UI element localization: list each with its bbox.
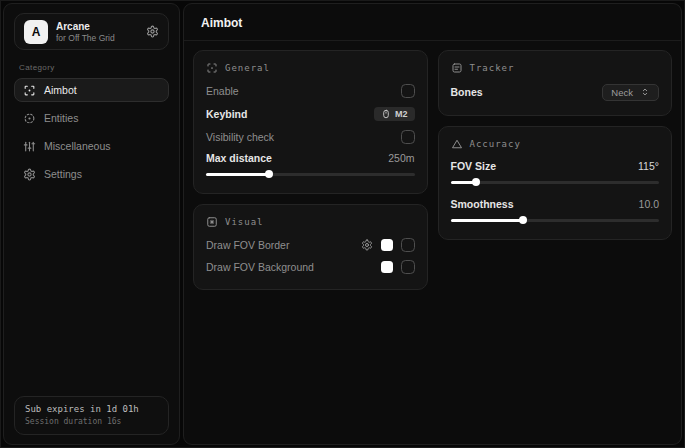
max-distance-value: 250m (388, 152, 414, 164)
slider-track (206, 173, 415, 176)
right-column: Tracker Bones Neck (438, 50, 673, 240)
max-distance-label: Max distance (206, 152, 272, 164)
visual-icon (206, 216, 218, 228)
visibility-check-row: Visibility check (206, 126, 415, 148)
left-column: General Enable Keybind M2 (193, 50, 428, 290)
main-content: General Enable Keybind M2 (184, 41, 681, 299)
sidebar-item-label: Settings (44, 168, 82, 180)
sidebar-item-miscellaneous[interactable]: Miscellaneous (14, 134, 169, 158)
sidebar-item-label: Miscellaneous (44, 140, 111, 152)
app-logo: A (24, 20, 48, 44)
general-card: General Enable Keybind M2 (193, 50, 428, 194)
slider-fill (206, 173, 269, 176)
crosshair-icon (23, 84, 36, 97)
slider-thumb[interactable] (265, 170, 273, 178)
slider-thumb[interactable] (472, 178, 480, 186)
fov-background-color-swatch[interactable] (381, 261, 393, 273)
mouse-icon (381, 109, 391, 119)
keybind-button[interactable]: M2 (374, 107, 415, 121)
keybind-value: M2 (395, 109, 408, 119)
sidebar-item-aimbot[interactable]: Aimbot (14, 78, 169, 102)
smoothness-label: Smoothness (451, 198, 514, 210)
sidebar-item-label: Aimbot (44, 84, 77, 96)
page-title: Aimbot (201, 16, 664, 30)
enable-row: Enable (206, 80, 415, 102)
sidebar: A Arcane for Off The Grid Category Aimbo… (3, 3, 180, 445)
section-title: General (225, 63, 270, 73)
visibility-check-checkbox[interactable] (401, 130, 415, 144)
sliders-icon (23, 140, 36, 153)
draw-fov-background-controls (381, 260, 415, 274)
smoothness-slider[interactable] (451, 214, 660, 226)
crosshair-icon (206, 62, 218, 74)
radar-icon (23, 112, 36, 125)
gear-icon (23, 168, 36, 181)
bones-row: Bones Neck (451, 80, 660, 104)
category-label: Category (19, 63, 164, 72)
fov-size-value: 115° (638, 160, 659, 172)
draw-fov-border-label: Draw FOV Border (206, 239, 289, 251)
gear-icon[interactable] (146, 25, 159, 38)
triangle-icon (451, 138, 463, 150)
bones-label: Bones (451, 86, 483, 98)
slider-thumb[interactable] (519, 216, 527, 224)
tracker-icon (451, 62, 463, 74)
main-panel: Aimbot General Enable (183, 3, 682, 445)
sidebar-item-settings[interactable]: Settings (14, 162, 169, 186)
gear-icon[interactable] (361, 239, 373, 251)
bones-dropdown-value: Neck (611, 87, 633, 98)
unfold-icon (640, 87, 650, 97)
slider-fill (451, 181, 476, 184)
bones-dropdown[interactable]: Neck (602, 84, 659, 101)
sidebar-item-entities[interactable]: Entities (14, 106, 169, 130)
accuracy-card-header: Accuracy (451, 138, 660, 150)
session-duration-text: Session duration 16s (25, 416, 158, 427)
general-card-header: General (206, 62, 415, 74)
sidebar-item-label: Entities (44, 112, 78, 124)
max-distance-row: Max distance 250m (206, 148, 415, 168)
enable-label: Enable (206, 85, 239, 97)
enable-checkbox[interactable] (401, 84, 415, 98)
subscription-expiry-text: Sub expires in 1d 01h (25, 403, 158, 416)
subscription-status-card: Sub expires in 1d 01h Session duration 1… (14, 396, 169, 435)
draw-fov-border-row: Draw FOV Border (206, 234, 415, 256)
smoothness-value: 10.0 (639, 198, 659, 210)
slider-track (451, 181, 660, 184)
tracker-card-header: Tracker (451, 62, 660, 74)
visibility-check-label: Visibility check (206, 131, 274, 143)
fov-size-slider[interactable] (451, 176, 660, 188)
draw-fov-border-controls (361, 238, 415, 252)
brand-card: A Arcane for Off The Grid (14, 13, 169, 50)
slider-fill (451, 219, 524, 222)
app-title: Arcane (56, 21, 138, 33)
app-subtitle: for Off The Grid (56, 33, 138, 43)
main-header: Aimbot (184, 4, 681, 41)
section-title: Accuracy (470, 139, 521, 149)
keybind-label: Keybind (206, 108, 247, 120)
fov-border-color-swatch[interactable] (381, 239, 393, 251)
brand-text: Arcane for Off The Grid (56, 21, 138, 43)
keybind-row: Keybind M2 (206, 102, 415, 126)
tracker-card: Tracker Bones Neck (438, 50, 673, 116)
fov-size-label: FOV Size (451, 160, 497, 172)
draw-fov-background-checkbox[interactable] (401, 260, 415, 274)
section-title: Tracker (470, 63, 515, 73)
draw-fov-background-label: Draw FOV Background (206, 261, 314, 273)
draw-fov-border-checkbox[interactable] (401, 238, 415, 252)
smoothness-row: Smoothness 10.0 (451, 194, 660, 214)
app-window: A Arcane for Off The Grid Category Aimbo… (0, 0, 685, 448)
slider-track (451, 219, 660, 222)
visual-card: Visual Draw FOV Border Draw (193, 204, 428, 290)
sidebar-nav: Aimbot Entities Miscellaneous Settings (14, 78, 169, 186)
draw-fov-background-row: Draw FOV Background (206, 256, 415, 278)
visual-card-header: Visual (206, 216, 415, 228)
fov-size-row: FOV Size 115° (451, 156, 660, 176)
section-title: Visual (225, 217, 264, 227)
accuracy-card: Accuracy FOV Size 115° (438, 126, 673, 240)
max-distance-slider[interactable] (206, 168, 415, 180)
